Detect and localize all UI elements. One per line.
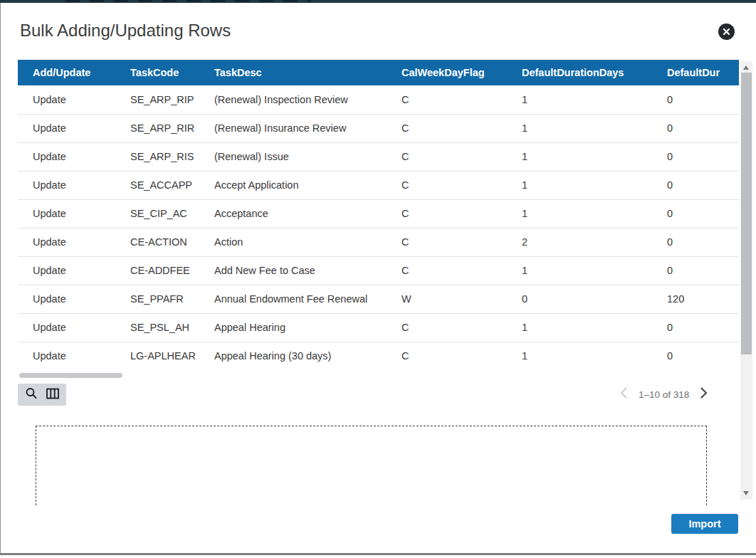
cell-calweekdayflag: C	[387, 171, 507, 199]
cell-defaultdur: 0	[652, 85, 739, 114]
cell-add-update: Update	[18, 171, 115, 199]
next-page-button[interactable]	[698, 388, 710, 401]
column-header-defaultdur: DefaultDur	[652, 60, 739, 85]
horizontal-scrollbar-thumb[interactable]	[19, 373, 122, 378]
cell-defaultdur: 0	[652, 256, 739, 285]
cell-taskdesc: Add New Fee to Case	[199, 256, 387, 285]
table-row: Update SE_ARP_RIR (Renewal) Insurance Re…	[18, 114, 739, 142]
cell-defaultdur: 120	[652, 285, 739, 313]
cell-taskdesc: Appeal Hearing (30 days)	[199, 342, 387, 370]
column-header-taskdesc: TaskDesc	[199, 60, 387, 85]
pagination: 1–10 of 318	[618, 385, 710, 404]
table-row: Update SE_ARP_RIS (Renewal) Issue C 1 0	[18, 142, 739, 171]
cell-calweekdayflag: C	[387, 142, 507, 171]
search-button[interactable]	[23, 387, 39, 403]
chevron-left-icon	[620, 387, 627, 401]
bulk-update-modal: Bulk Adding/Updating Rows Add/Update Tas…	[0, 0, 756, 558]
cell-taskcode: SE_ARP_RIR	[115, 114, 199, 142]
table-row: Update SE_CIP_AC Acceptance C 1 0	[18, 199, 739, 228]
cell-taskdesc: Appeal Hearing	[199, 313, 387, 342]
cell-taskdesc: Accept Application	[199, 171, 387, 199]
cell-calweekdayflag: C	[387, 313, 507, 342]
cell-add-update: Update	[18, 142, 115, 171]
cell-add-update: Update	[18, 199, 115, 228]
scroll-down-arrow-icon[interactable]	[743, 491, 749, 495]
table-row: Update SE_ACCAPP Accept Application C 1 …	[18, 171, 739, 199]
cell-calweekdayflag: C	[387, 228, 507, 256]
cell-taskcode: SE_ARP_RIP	[115, 85, 199, 114]
table-row: Update CE-ADDFEE Add New Fee to Case C 1…	[18, 256, 739, 285]
search-icon	[25, 387, 38, 403]
cell-add-update: Update	[18, 114, 115, 142]
vertical-scrollbar-thumb[interactable]	[741, 73, 752, 354]
column-header-taskcode: TaskCode	[115, 60, 199, 85]
cell-taskcode: SE_CIP_AC	[115, 199, 199, 228]
previous-page-button[interactable]	[618, 388, 629, 401]
cell-taskdesc: (Renewal) Issue	[199, 142, 387, 171]
cell-taskdesc: Annual Endowment Fee Renewal	[199, 285, 387, 313]
table-row: Update SE_PSL_AH Appeal Hearing C 1 0	[18, 313, 739, 342]
cell-defaultdur: 0	[652, 142, 739, 171]
column-header-add-update: Add/Update	[18, 60, 115, 85]
cell-calweekdayflag: C	[387, 85, 507, 114]
cell-add-update: Update	[18, 342, 115, 370]
column-header-calweekdayflag: CalWeekDayFlag	[387, 60, 507, 85]
cell-taskcode: SE_PPAFR	[115, 285, 199, 313]
vertical-scrollbar	[740, 61, 752, 500]
cell-taskcode: SE_PSL_AH	[115, 313, 199, 342]
cell-calweekdayflag: W	[387, 285, 507, 313]
cell-taskdesc: Action	[199, 228, 387, 256]
scroll-up-arrow-icon[interactable]	[743, 65, 749, 70]
table-row: Update CE-ACTION Action C 2 0	[18, 228, 739, 256]
cell-defaultdurationdays: 1	[507, 256, 652, 285]
cell-calweekdayflag: C	[387, 256, 507, 285]
import-button[interactable]: Import	[671, 514, 738, 534]
table-row: Update SE_PPAFR Annual Endowment Fee Ren…	[18, 285, 739, 313]
column-header-defaultdurationdays: DefaultDurationDays	[507, 60, 652, 85]
pagination-range-label: 1–10 of 318	[639, 389, 689, 400]
cell-calweekdayflag: C	[387, 342, 507, 370]
cell-add-update: Update	[18, 256, 115, 285]
cell-defaultdurationdays: 1	[507, 313, 652, 342]
cell-calweekdayflag: C	[387, 114, 507, 142]
cell-taskdesc: (Renewal) Inspection Review	[199, 85, 387, 114]
cell-defaultdur: 0	[652, 114, 739, 142]
table-header-row: Add/Update TaskCode TaskDesc CalWeekDayF…	[18, 60, 739, 85]
file-drop-zone[interactable]	[36, 426, 707, 505]
cell-taskcode: LG-APLHEAR	[115, 342, 199, 370]
cell-taskcode: CE-ADDFEE	[115, 256, 199, 285]
modal-left-border	[0, 3, 1, 555]
cell-add-update: Update	[18, 313, 115, 342]
columns-icon	[46, 388, 59, 402]
cell-defaultdur: 0	[652, 199, 739, 228]
cell-defaultdurationdays: 1	[507, 199, 652, 228]
cell-taskcode: SE_ACCAPP	[115, 171, 199, 199]
table-row: Update LG-APLHEAR Appeal Hearing (30 day…	[18, 342, 739, 370]
table-row: Update SE_ARP_RIP (Renewal) Inspection R…	[18, 85, 739, 114]
cell-calweekdayflag: C	[387, 199, 507, 228]
cell-add-update: Update	[18, 85, 115, 114]
cell-defaultdurationdays: 1	[507, 142, 652, 171]
table-toolbar	[18, 384, 66, 406]
cell-defaultdur: 0	[652, 342, 739, 370]
cell-defaultdur: 0	[652, 313, 739, 342]
cell-defaultdurationdays: 1	[507, 85, 652, 114]
cell-add-update: Update	[18, 228, 115, 256]
chevron-right-icon	[700, 387, 708, 401]
cell-defaultdurationdays: 0	[507, 285, 652, 313]
background-page-clipped-text	[65, 0, 311, 2]
cell-defaultdurationdays: 1	[507, 171, 652, 199]
cell-defaultdurationdays: 1	[507, 342, 652, 370]
cell-taskcode: SE_ARP_RIS	[115, 142, 199, 171]
cell-defaultdurationdays: 1	[507, 114, 652, 142]
close-icon	[723, 26, 730, 38]
columns-button[interactable]	[45, 387, 61, 403]
bulk-rows-table: Add/Update TaskCode TaskDesc CalWeekDayF…	[18, 60, 739, 370]
cell-taskdesc: (Renewal) Insurance Review	[199, 114, 387, 142]
cell-add-update: Update	[18, 285, 115, 313]
close-button[interactable]	[718, 23, 735, 40]
background-page-top-edge	[0, 0, 756, 3]
cell-taskdesc: Acceptance	[199, 199, 387, 228]
cell-defaultdurationdays: 2	[507, 228, 652, 256]
cell-defaultdur: 0	[652, 171, 739, 199]
